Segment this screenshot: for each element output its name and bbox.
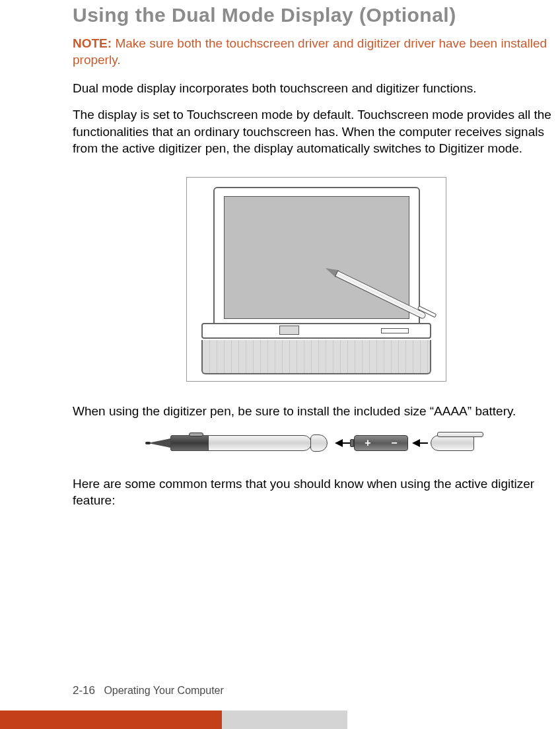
pen-tip-point — [145, 442, 151, 444]
manual-page: Using the Dual Mode Display (Optional) N… — [0, 4, 560, 729]
pen-open-end — [310, 434, 328, 452]
hinge-button — [279, 326, 299, 335]
pen-cap — [431, 434, 482, 452]
paragraph-default-mode: The display is set to Touchscreen mode b… — [73, 106, 560, 157]
pen-assembly — [148, 435, 332, 451]
section-heading: Using the Dual Mode Display (Optional) — [73, 4, 560, 26]
note-text: Make sure both the touchscreen driver an… — [73, 36, 547, 67]
footer-color-bars — [0, 711, 560, 729]
page-footer: 2-16 Operating Your Computer — [0, 684, 560, 729]
battery-minus-label: − — [391, 437, 397, 449]
footer-bar-orange — [0, 711, 222, 729]
paragraph-battery-note: When using the digitizer pen, be sure to… — [73, 403, 560, 420]
figure-laptop-with-pen — [73, 177, 560, 384]
laptop-lid — [213, 187, 420, 331]
arrow-left-icon — [412, 439, 428, 447]
laptop-keyboard — [201, 340, 431, 374]
pen-grip — [170, 435, 209, 451]
footer-text: 2-16 Operating Your Computer — [73, 684, 560, 697]
pen-battery-illustration: + − — [148, 429, 485, 457]
laptop-illustration — [186, 177, 446, 382]
note-label: NOTE: — [73, 36, 112, 50]
hinge-latch — [381, 328, 409, 333]
pen-side-button — [189, 433, 203, 436]
footer-bar-gray — [222, 711, 347, 729]
aaaa-battery: + − — [354, 435, 408, 451]
battery-plus-label: + — [365, 437, 370, 449]
figure-pen-battery-assembly: + − — [73, 429, 560, 460]
chapter-title: Operating Your Computer — [104, 685, 223, 696]
paragraph-terms-intro: Here are some common terms that you shou… — [73, 475, 560, 509]
pen-cap-body — [431, 435, 474, 451]
pen-cap-clip — [437, 432, 483, 437]
note-block: NOTE: Make sure both the touchscreen dri… — [73, 36, 560, 68]
paragraph-intro: Dual mode display incorporates both touc… — [73, 80, 560, 97]
arrow-left-icon — [335, 439, 351, 447]
pen-tip-cone — [148, 438, 170, 448]
page-number: 2-16 — [73, 684, 95, 697]
